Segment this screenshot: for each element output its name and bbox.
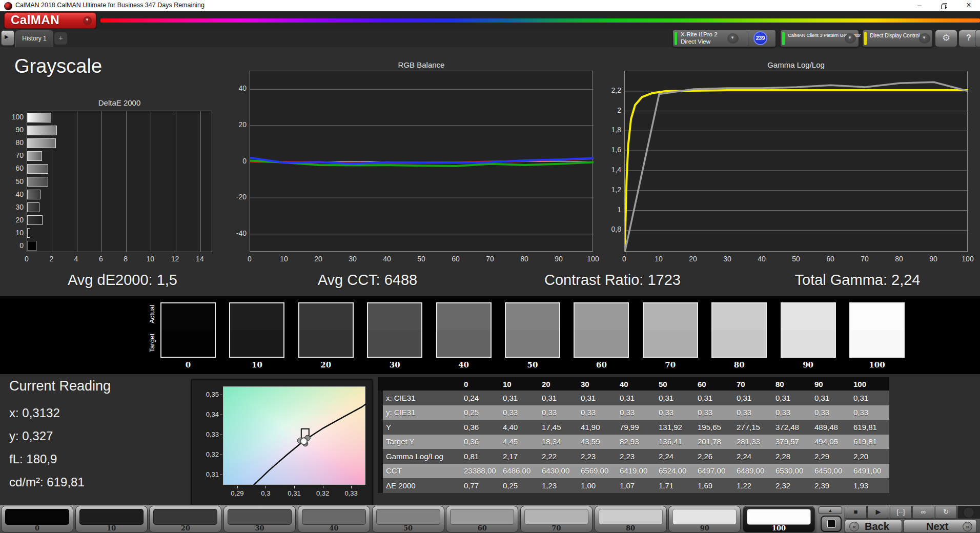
table-cell: 131,92	[656, 423, 695, 432]
meter-device-dropdown[interactable]: X-Rite i1Pro 2 Direct View 239	[672, 30, 776, 47]
total-gamma-stat: Total Gamma: 2,24	[735, 266, 980, 293]
pattern-level-button-50[interactable]: 50	[372, 506, 444, 532]
axis-tick-label: 0	[240, 255, 259, 263]
pattern-level-button-100[interactable]: 100	[743, 506, 815, 532]
axis-tick-label: 30	[718, 255, 737, 263]
back-button[interactable]: « Back	[845, 520, 902, 533]
pattern-level-button-80[interactable]: 80	[595, 506, 667, 532]
table-cell: 0,33	[772, 408, 811, 417]
table-cell: 494,05	[811, 437, 850, 446]
avg-cct-stat: Avg CCT: 6488	[245, 266, 490, 293]
table-column-header: 80	[772, 380, 811, 388]
display-control-dropdown[interactable]: Direct Display Control	[862, 30, 933, 47]
add-tab-button[interactable]: +	[54, 32, 67, 45]
table-cell: 0,31	[733, 394, 772, 402]
meter-count-badge[interactable]: 239	[753, 31, 767, 45]
axis-tick-label: 0	[227, 157, 247, 165]
cie-y-tick	[220, 435, 222, 435]
pattern-level-button-40[interactable]: 40	[298, 506, 370, 532]
pattern-level-label: 90	[669, 524, 740, 532]
swatch-actual-half	[712, 303, 766, 330]
axis-tick-label: 1,4	[601, 166, 621, 174]
collapse-panel-button[interactable]: ◀	[975, 30, 980, 47]
swatch-target-half	[437, 330, 491, 357]
pattern-source-dropdown[interactable]: CalMAN Client 3 Pattern Generator	[780, 30, 859, 47]
chevron-down-icon[interactable]	[727, 33, 739, 44]
axis-tick-label: 2,2	[601, 86, 621, 94]
axis-tick-label: 1	[601, 206, 621, 214]
cie-x-tick	[323, 486, 323, 488]
pattern-level-label: 0	[2, 524, 73, 532]
gridline	[200, 111, 201, 252]
table-cell: 2,28	[772, 452, 811, 461]
close-button[interactable]: ×	[957, 0, 980, 11]
daylight-locus-curve	[253, 404, 366, 485]
next-button[interactable]: Next »	[903, 520, 977, 533]
table-cell: 0,33	[656, 408, 695, 417]
table-cell: 0,33	[617, 408, 656, 417]
swatch-level-label: 50	[505, 360, 560, 370]
swatch-level-label: 100	[849, 360, 905, 370]
table-cell: 379,57	[772, 437, 811, 446]
table-cell: 4,45	[500, 437, 539, 446]
table-cell: 1,07	[617, 481, 656, 490]
table-row: ΔE 20000,770,251,231,001,071,711,691,222…	[378, 478, 889, 493]
table-cell: 0,33	[811, 408, 850, 417]
calman-logo-menu[interactable]: CalMAN	[4, 12, 96, 29]
gear-icon[interactable]: ⚙	[935, 30, 957, 47]
table-row-label: Gamma Log/Log	[383, 452, 461, 461]
swatch-actual-half	[782, 303, 835, 330]
swatch-target-half	[230, 330, 283, 357]
table-cell: 6530,00	[772, 466, 811, 475]
pattern-level-button-90[interactable]: 90	[668, 506, 741, 532]
step-range-button[interactable]: [··]	[890, 506, 912, 519]
axis-tick-label: 60	[0, 164, 24, 172]
meter-device-mode: Direct View	[681, 38, 710, 45]
loop-infinite-button[interactable]: ∞	[912, 506, 934, 519]
table-cell: 2,20	[850, 452, 889, 461]
meter-status-bar	[675, 32, 677, 45]
target-row-label: Target	[148, 327, 155, 358]
stop-button[interactable]: ■	[845, 506, 867, 519]
deltae-bar-40	[27, 190, 40, 199]
table-cell: 17,45	[539, 423, 578, 432]
table-cell: 0,31	[617, 394, 656, 402]
gridline	[77, 111, 77, 252]
chevron-down-icon[interactable]	[919, 33, 930, 44]
tab-history-1[interactable]: History 1	[15, 30, 53, 47]
pattern-level-button-70[interactable]: 70	[520, 506, 593, 532]
table-cell: 2,23	[578, 452, 617, 461]
chevron-down-icon[interactable]	[845, 33, 856, 44]
table-column-header: 0	[461, 380, 500, 388]
pattern-level-button-30[interactable]: 30	[223, 506, 296, 532]
table-cell: 136,41	[656, 437, 695, 446]
table-cell: 1,71	[656, 481, 695, 490]
table-cell: 0,25	[461, 408, 500, 417]
logo-dropdown-icon	[83, 16, 92, 25]
pattern-level-button-10[interactable]: 10	[75, 506, 148, 532]
swatch-actual-half	[161, 303, 215, 330]
cie-x-tick-label: 0,32	[313, 489, 333, 497]
cie-x-tick	[237, 486, 238, 488]
pattern-level-button-60[interactable]: 60	[446, 506, 518, 532]
pattern-level-button-0[interactable]: 0	[1, 506, 73, 532]
play-button[interactable]: ▶	[867, 506, 889, 519]
repeat-button[interactable]: ↻	[935, 506, 957, 519]
table-cell: 619,81	[850, 437, 889, 446]
next-chevron-icon: »	[963, 522, 972, 531]
axis-tick-label: 70	[855, 255, 874, 263]
restore-button[interactable]	[933, 0, 955, 11]
table-cell: 1,69	[695, 481, 733, 490]
pattern-window-button[interactable]	[821, 516, 842, 532]
minimize-button[interactable]: –	[908, 0, 931, 11]
deltae-bar-100	[27, 113, 51, 122]
layout-nav-arrow-button[interactable]	[1, 30, 14, 46]
swatch-target-half	[644, 330, 697, 357]
table-cell: 43,59	[578, 437, 617, 446]
cie-x-tick	[294, 486, 295, 488]
pattern-level-button-20[interactable]: 20	[149, 506, 221, 532]
collapse-bar-button[interactable]: ▲	[819, 506, 842, 514]
record-indicator-panel	[957, 506, 980, 519]
calman-app-icon	[4, 2, 12, 10]
pattern-swatch	[450, 509, 514, 525]
